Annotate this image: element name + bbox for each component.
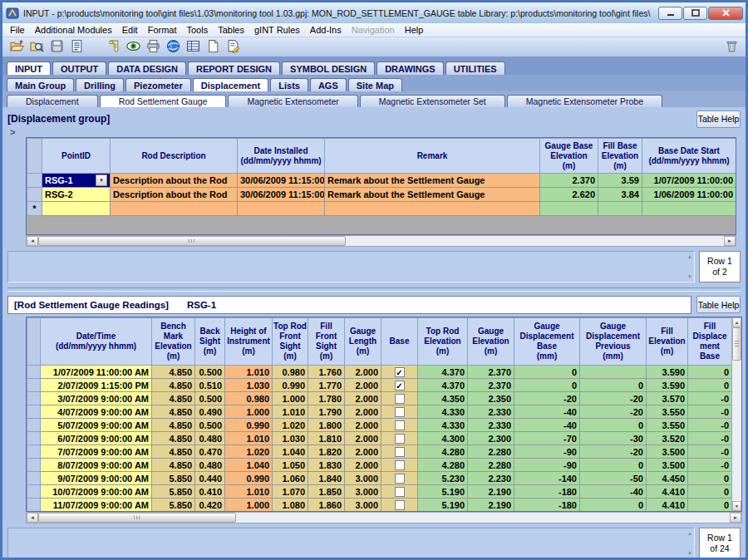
cell-fill-front-sight[interactable]: 1.840 — [308, 472, 345, 485]
cell-back-sight[interactable]: 0.500 — [195, 419, 225, 432]
readings-table-hscrollbar[interactable]: ◄ ► — [26, 512, 742, 523]
cell-top-rod-elevation[interactable]: 4.330 — [418, 405, 468, 419]
cell-fill-front-sight[interactable]: 1.860 — [308, 499, 345, 512]
memo-scroll-up-icon[interactable]: ▲ — [687, 254, 692, 259]
cell-gauge-displacement-previous[interactable]: -40 — [580, 485, 647, 499]
cell-gauge-elevation[interactable]: 2.350 — [468, 392, 514, 405]
cell-gauge-length[interactable]: 3.000 — [345, 499, 381, 512]
cell-fill-displacement-base[interactable]: -0 — [688, 392, 732, 405]
hscroll-track[interactable] — [346, 236, 724, 246]
cell-empty[interactable] — [540, 202, 598, 216]
cell-rod-description[interactable]: Description about the Rod — [111, 188, 238, 202]
base-checkbox[interactable] — [395, 474, 405, 484]
cell-gauge-displacement-base[interactable]: 0 — [514, 379, 580, 392]
row-selector[interactable] — [27, 472, 41, 485]
cell-rod-description[interactable]: Description about the Rod — [111, 174, 238, 188]
row-selector[interactable] — [27, 379, 41, 392]
title-bar[interactable]: INPUT - p:\products\monitoring tool\gint… — [2, 2, 746, 23]
cell-fill-front-sight[interactable]: 1.850 — [308, 485, 345, 499]
cell-gauge-displacement-previous[interactable]: -20 — [580, 445, 647, 459]
cell-gauge-displacement-base[interactable]: -20 — [514, 392, 580, 405]
cell-fill-elevation[interactable]: 3.500 — [647, 445, 688, 459]
cell-fill-base-elevation[interactable]: 3.59 — [598, 174, 642, 188]
group-tab-lists[interactable]: Lists — [270, 78, 308, 91]
cell-back-sight[interactable]: 0.420 — [195, 499, 225, 512]
cell-fill-displacement-base[interactable]: 0 — [688, 499, 732, 512]
menu-gint-rules[interactable]: gINT Rules — [249, 24, 305, 36]
cell-fill-elevation[interactable]: 3.590 — [647, 366, 688, 379]
cell-back-sight[interactable]: 0.480 — [195, 432, 225, 445]
toolbar-print-button[interactable] — [145, 39, 161, 56]
cell-bench-mark-elevation[interactable]: 4.850 — [152, 445, 195, 459]
cell-gauge-displacement-base[interactable]: -90 — [514, 445, 580, 459]
menu-add-ins[interactable]: Add-Ins — [305, 24, 347, 36]
cell-gauge-length[interactable]: 2.000 — [345, 459, 381, 472]
group-tab-piezometer[interactable]: Piezometer — [125, 78, 191, 91]
cell-gauge-length[interactable]: 2.000 — [345, 366, 381, 379]
row-selector[interactable] — [27, 405, 41, 419]
cell-fill-displacement-base[interactable]: 0 — [688, 366, 732, 379]
cell-top-rod-elevation[interactable]: 5.230 — [418, 472, 468, 485]
cell-gauge-length[interactable]: 2.000 — [345, 419, 381, 432]
hscroll-thumb[interactable] — [38, 236, 346, 246]
cell-top-rod-front-sight[interactable]: 1.050 — [273, 459, 308, 472]
cell-fill-displacement-base[interactable]: -0 — [688, 445, 732, 459]
cell-fill-front-sight[interactable]: 1.800 — [308, 419, 345, 432]
group-tab-drilling[interactable]: Drilling — [76, 78, 124, 91]
toolbar-table-grid-button[interactable] — [185, 39, 201, 56]
cell-fill-elevation[interactable]: 3.550 — [647, 419, 688, 432]
toolbar-preview-eye-button[interactable] — [125, 39, 141, 56]
hscroll-track[interactable] — [236, 513, 730, 523]
toolbar-globe-button[interactable] — [165, 39, 181, 56]
cell-fill-displacement-base[interactable]: -0 — [688, 459, 732, 472]
cell-fill-elevation[interactable]: 3.500 — [647, 459, 688, 472]
cell-gauge-length[interactable]: 2.000 — [345, 379, 381, 392]
readings-table-vscrollbar[interactable]: ▲ ▼ — [731, 317, 741, 511]
cell-bench-mark-elevation[interactable]: 5.850 — [152, 499, 195, 512]
cell-gauge-displacement-previous[interactable]: 0 — [580, 379, 647, 392]
cell-height-of-instrument[interactable]: 0.990 — [225, 472, 273, 485]
cell-gauge-displacement-base[interactable]: -40 — [514, 405, 580, 419]
cell-base[interactable] — [381, 405, 418, 419]
row-selector[interactable] — [27, 445, 41, 459]
cell-back-sight[interactable]: 0.500 — [195, 366, 225, 379]
base-checkbox[interactable] — [395, 434, 405, 444]
cell-base[interactable] — [381, 392, 418, 405]
cell-base[interactable] — [381, 419, 418, 432]
cell-date-time[interactable]: 1/07/2009 11:00:00 AM — [41, 366, 152, 379]
base-checkbox[interactable] — [395, 407, 405, 417]
cell-bench-mark-elevation[interactable]: 5.850 — [152, 472, 195, 485]
cell-top-rod-front-sight[interactable]: 1.070 — [273, 485, 308, 499]
cell-height-of-instrument[interactable]: 1.010 — [225, 366, 273, 379]
cell-date-time[interactable]: 7/07/2009 9:00:00 AM — [41, 445, 152, 459]
cell-height-of-instrument[interactable]: 1.000 — [225, 499, 273, 512]
cell-date-time[interactable]: 5/07/2009 9:00:00 AM — [41, 419, 152, 432]
cell-fill-front-sight[interactable]: 1.760 — [308, 366, 345, 379]
cell-gauge-displacement-base[interactable]: -70 — [514, 432, 580, 445]
toolbar-folder-search-button[interactable] — [28, 39, 45, 56]
cell-gauge-length[interactable]: 2.000 — [345, 405, 381, 419]
toolbar-open-folder-button[interactable] — [8, 39, 25, 56]
cell-fill-front-sight[interactable]: 1.770 — [308, 379, 345, 392]
cell-date-time[interactable]: 6/07/2009 9:00:00 AM — [41, 432, 152, 445]
cell-fill-displacement-base[interactable]: -0 — [688, 419, 732, 432]
menu-help[interactable]: Help — [400, 24, 429, 36]
cell-gauge-base-elevation[interactable]: 2.370 — [540, 174, 598, 188]
toolbar-project-doc-button[interactable] — [68, 39, 85, 56]
menu-format[interactable]: Format — [143, 24, 182, 36]
cell-gauge-displacement-base[interactable]: -180 — [514, 499, 580, 512]
design-tab-data-design[interactable]: DATA DESIGN — [108, 61, 186, 75]
cell-height-of-instrument[interactable]: 1.020 — [225, 445, 273, 459]
row-selector[interactable] — [27, 174, 42, 188]
cell-back-sight[interactable]: 0.440 — [195, 472, 225, 485]
close-button[interactable] — [708, 7, 743, 20]
cell-fill-front-sight[interactable]: 1.790 — [308, 405, 345, 419]
cell-bench-mark-elevation[interactable]: 5.850 — [152, 485, 195, 499]
design-tab-utilities[interactable]: UTILITIES — [445, 61, 505, 75]
cell-fill-displacement-base[interactable]: 0 — [688, 379, 732, 392]
cell-top-rod-front-sight[interactable]: 1.060 — [273, 472, 308, 485]
cell-gauge-displacement-previous[interactable]: 0 — [580, 419, 647, 432]
cell-height-of-instrument[interactable]: 1.010 — [225, 432, 273, 445]
base-checkbox[interactable] — [395, 394, 405, 404]
cell-top-rod-elevation[interactable]: 5.190 — [418, 499, 468, 512]
